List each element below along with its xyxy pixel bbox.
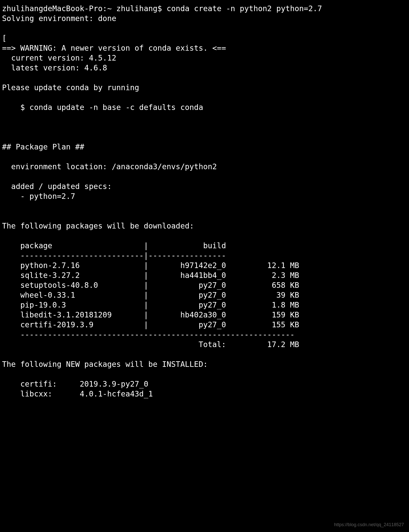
download-row: libedit-3.1.20181209 | hb402a30_0 159 KB bbox=[2, 310, 299, 319]
prompt-user: zhulihang bbox=[116, 4, 158, 13]
prompt-command: conda create -n python2 python=2.7 bbox=[167, 4, 322, 13]
downloads-intro: The following packages will be downloade… bbox=[2, 221, 194, 230]
added-specs-label: added / updated specs: bbox=[2, 182, 116, 191]
warning-current: current version: 4.5.12 bbox=[2, 53, 116, 62]
prompt-path: ~ bbox=[107, 4, 112, 13]
warning-cmd: $ conda update -n base -c defaults conda bbox=[2, 103, 203, 112]
download-row: sqlite-3.27.2 | ha441bb4_0 2.3 MB bbox=[2, 271, 299, 280]
installed-row: libcxx: 4.0.1-hcfea43d_1 bbox=[2, 389, 153, 398]
bracket-line: [ bbox=[2, 34, 7, 43]
terminal-output[interactable]: zhulihangdeMacBook-Pro:~ zhulihang$ cond… bbox=[0, 0, 409, 402]
downloads-footer-sep: ----------------------------------------… bbox=[2, 330, 295, 339]
env-location: environment location: /anaconda3/envs/py… bbox=[2, 162, 217, 171]
warning-title: ==> WARNING: A newer version of conda ex… bbox=[2, 44, 226, 52]
warning-latest: latest version: 4.6.8 bbox=[2, 63, 107, 72]
download-row: pip-19.0.3 | py27_0 1.8 MB bbox=[2, 300, 299, 309]
watermark-text: https://blog.csdn.net/qq_24118527 bbox=[334, 522, 404, 527]
spec-item: - python=2.7 bbox=[2, 192, 75, 201]
downloads-total: Total: 17.2 MB bbox=[2, 340, 299, 349]
installed-row: certifi: 2019.3.9-py27_0 bbox=[2, 379, 148, 388]
downloads-sep: ---------------------------|------------… bbox=[2, 251, 226, 260]
installed-intro: The following NEW packages will be INSTA… bbox=[2, 360, 208, 369]
warning-please: Please update conda by running bbox=[2, 83, 139, 92]
solving-line: Solving environment: done bbox=[2, 14, 116, 23]
download-row: setuptools-40.8.0 | py27_0 658 KB bbox=[2, 281, 299, 290]
download-row: certifi-2019.3.9 | py27_0 155 KB bbox=[2, 320, 299, 329]
downloads-header: package | build bbox=[2, 241, 226, 250]
download-row: python-2.7.16 | h97142e2_0 12.1 MB bbox=[2, 261, 299, 270]
prompt-host: zhulihangdeMacBook-Pro bbox=[2, 4, 103, 13]
plan-header: ## Package Plan ## bbox=[2, 142, 84, 151]
download-row: wheel-0.33.1 | py27_0 39 KB bbox=[2, 291, 299, 299]
prompt-line: zhulihangdeMacBook-Pro:~ zhulihang$ cond… bbox=[2, 4, 322, 13]
